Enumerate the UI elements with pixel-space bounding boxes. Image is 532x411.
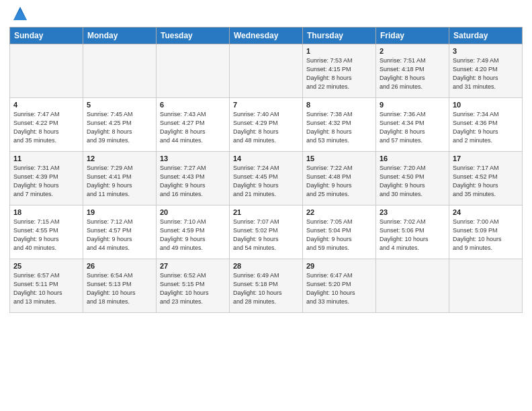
calendar-cell: 23Sunrise: 7:02 AM Sunset: 5:06 PM Dayli… — [376, 205, 449, 259]
calendar-cell: 20Sunrise: 7:10 AM Sunset: 4:59 PM Dayli… — [157, 205, 230, 259]
week-row-2: 4Sunrise: 7:47 AM Sunset: 4:22 PM Daylig… — [10, 98, 523, 152]
day-number: 24 — [453, 208, 519, 216]
calendar-body: 1Sunrise: 7:53 AM Sunset: 4:15 PM Daylig… — [10, 44, 523, 313]
day-number: 16 — [380, 154, 445, 163]
day-number: 1 — [306, 47, 372, 55]
calendar-cell: 1Sunrise: 7:53 AM Sunset: 4:15 PM Daylig… — [303, 44, 376, 98]
day-number: 21 — [233, 208, 299, 216]
day-number: 18 — [13, 208, 79, 216]
calendar-cell: 14Sunrise: 7:24 AM Sunset: 4:45 PM Dayli… — [230, 152, 303, 205]
calendar-cell: 7Sunrise: 7:40 AM Sunset: 4:29 PM Daylig… — [230, 98, 303, 152]
day-info: Sunrise: 6:54 AM Sunset: 5:13 PM Dayligh… — [87, 271, 152, 306]
weekday-header-thursday: Thursday — [303, 28, 376, 44]
week-row-1: 1Sunrise: 7:53 AM Sunset: 4:15 PM Daylig… — [10, 44, 523, 98]
calendar-cell: 22Sunrise: 7:05 AM Sunset: 5:04 PM Dayli… — [303, 205, 376, 259]
calendar-cell: 12Sunrise: 7:29 AM Sunset: 4:41 PM Dayli… — [83, 152, 157, 205]
day-number: 2 — [380, 47, 445, 55]
calendar-cell: 18Sunrise: 7:15 AM Sunset: 4:55 PM Dayli… — [10, 205, 83, 259]
logo-icon — [11, 4, 30, 23]
day-info: Sunrise: 7:36 AM Sunset: 4:34 PM Dayligh… — [380, 110, 445, 145]
day-number: 6 — [160, 101, 226, 109]
calendar-cell: 17Sunrise: 7:17 AM Sunset: 4:52 PM Dayli… — [449, 152, 523, 205]
day-number: 8 — [306, 101, 372, 109]
day-number: 25 — [13, 262, 79, 270]
day-info: Sunrise: 6:57 AM Sunset: 5:11 PM Dayligh… — [13, 271, 79, 306]
day-info: Sunrise: 7:49 AM Sunset: 4:20 PM Dayligh… — [453, 56, 519, 91]
calendar-cell: 13Sunrise: 7:27 AM Sunset: 4:43 PM Dayli… — [157, 152, 230, 205]
day-number: 22 — [306, 208, 372, 216]
day-number: 5 — [87, 101, 152, 109]
calendar-cell: 8Sunrise: 7:38 AM Sunset: 4:32 PM Daylig… — [303, 98, 376, 152]
day-number: 12 — [87, 154, 152, 163]
calendar-cell: 15Sunrise: 7:22 AM Sunset: 4:48 PM Dayli… — [303, 152, 376, 205]
weekday-header: SundayMondayTuesdayWednesdayThursdayFrid… — [10, 28, 523, 44]
day-info: Sunrise: 7:38 AM Sunset: 4:32 PM Dayligh… — [306, 110, 372, 145]
week-row-3: 11Sunrise: 7:31 AM Sunset: 4:39 PM Dayli… — [10, 152, 523, 205]
calendar-cell: 28Sunrise: 6:49 AM Sunset: 5:18 PM Dayli… — [230, 259, 303, 313]
calendar-cell — [230, 44, 303, 98]
calendar-cell — [157, 44, 230, 98]
week-row-4: 18Sunrise: 7:15 AM Sunset: 4:55 PM Dayli… — [10, 205, 523, 259]
day-info: Sunrise: 7:51 AM Sunset: 4:18 PM Dayligh… — [380, 56, 445, 91]
day-number: 20 — [160, 208, 226, 216]
day-number: 28 — [233, 262, 299, 270]
day-info: Sunrise: 7:15 AM Sunset: 4:55 PM Dayligh… — [13, 218, 79, 253]
calendar-cell: 3Sunrise: 7:49 AM Sunset: 4:20 PM Daylig… — [449, 44, 523, 98]
day-info: Sunrise: 7:10 AM Sunset: 4:59 PM Dayligh… — [160, 218, 226, 253]
day-info: Sunrise: 7:27 AM Sunset: 4:43 PM Dayligh… — [160, 164, 226, 199]
day-info: Sunrise: 7:34 AM Sunset: 4:36 PM Dayligh… — [453, 110, 519, 145]
day-info: Sunrise: 7:29 AM Sunset: 4:41 PM Dayligh… — [87, 164, 152, 199]
page: SundayMondayTuesdayWednesdayThursdayFrid… — [0, 0, 532, 411]
day-info: Sunrise: 7:05 AM Sunset: 5:04 PM Dayligh… — [306, 218, 372, 253]
calendar-cell: 24Sunrise: 7:00 AM Sunset: 5:09 PM Dayli… — [449, 205, 523, 259]
day-info: Sunrise: 7:40 AM Sunset: 4:29 PM Dayligh… — [233, 110, 299, 145]
day-info: Sunrise: 7:12 AM Sunset: 4:57 PM Dayligh… — [87, 218, 152, 253]
calendar-cell: 26Sunrise: 6:54 AM Sunset: 5:13 PM Dayli… — [83, 259, 157, 313]
day-number: 13 — [160, 154, 226, 163]
day-info: Sunrise: 7:00 AM Sunset: 5:09 PM Dayligh… — [453, 218, 519, 253]
day-number: 9 — [380, 101, 445, 109]
weekday-header-tuesday: Tuesday — [157, 28, 230, 44]
day-info: Sunrise: 7:43 AM Sunset: 4:27 PM Dayligh… — [160, 110, 226, 145]
calendar-cell: 4Sunrise: 7:47 AM Sunset: 4:22 PM Daylig… — [10, 98, 83, 152]
calendar-cell: 19Sunrise: 7:12 AM Sunset: 4:57 PM Dayli… — [83, 205, 157, 259]
weekday-header-saturday: Saturday — [449, 28, 523, 44]
logo — [9, 7, 30, 23]
calendar-cell: 21Sunrise: 7:07 AM Sunset: 5:02 PM Dayli… — [230, 205, 303, 259]
day-info: Sunrise: 6:47 AM Sunset: 5:20 PM Dayligh… — [306, 271, 372, 306]
weekday-header-sunday: Sunday — [10, 28, 83, 44]
calendar-table: SundayMondayTuesdayWednesdayThursdayFrid… — [9, 27, 523, 313]
weekday-header-wednesday: Wednesday — [230, 28, 303, 44]
day-number: 19 — [87, 208, 152, 216]
day-number: 10 — [453, 101, 519, 109]
day-info: Sunrise: 7:53 AM Sunset: 4:15 PM Dayligh… — [306, 56, 372, 91]
day-number: 14 — [233, 154, 299, 163]
calendar-cell: 6Sunrise: 7:43 AM Sunset: 4:27 PM Daylig… — [157, 98, 230, 152]
day-info: Sunrise: 6:52 AM Sunset: 5:15 PM Dayligh… — [160, 271, 226, 306]
day-info: Sunrise: 7:20 AM Sunset: 4:50 PM Dayligh… — [380, 164, 445, 199]
day-info: Sunrise: 7:22 AM Sunset: 4:48 PM Dayligh… — [306, 164, 372, 199]
day-info: Sunrise: 6:49 AM Sunset: 5:18 PM Dayligh… — [233, 271, 299, 306]
day-info: Sunrise: 7:17 AM Sunset: 4:52 PM Dayligh… — [453, 164, 519, 199]
day-info: Sunrise: 7:07 AM Sunset: 5:02 PM Dayligh… — [233, 218, 299, 253]
calendar-cell: 16Sunrise: 7:20 AM Sunset: 4:50 PM Dayli… — [376, 152, 449, 205]
day-number: 11 — [13, 154, 79, 163]
day-info: Sunrise: 7:47 AM Sunset: 4:22 PM Dayligh… — [13, 110, 79, 145]
week-row-5: 25Sunrise: 6:57 AM Sunset: 5:11 PM Dayli… — [10, 259, 523, 313]
day-info: Sunrise: 7:24 AM Sunset: 4:45 PM Dayligh… — [233, 164, 299, 199]
calendar-cell: 25Sunrise: 6:57 AM Sunset: 5:11 PM Dayli… — [10, 259, 83, 313]
day-number: 15 — [306, 154, 372, 163]
day-number: 29 — [306, 262, 372, 270]
day-info: Sunrise: 7:31 AM Sunset: 4:39 PM Dayligh… — [13, 164, 79, 199]
day-number: 7 — [233, 101, 299, 109]
calendar-cell: 5Sunrise: 7:45 AM Sunset: 4:25 PM Daylig… — [83, 98, 157, 152]
calendar-cell: 10Sunrise: 7:34 AM Sunset: 4:36 PM Dayli… — [449, 98, 523, 152]
day-number: 26 — [87, 262, 152, 270]
day-number: 3 — [453, 47, 519, 55]
day-number: 4 — [13, 101, 79, 109]
header — [9, 7, 523, 23]
calendar-cell: 29Sunrise: 6:47 AM Sunset: 5:20 PM Dayli… — [303, 259, 376, 313]
day-info: Sunrise: 7:02 AM Sunset: 5:06 PM Dayligh… — [380, 218, 445, 253]
calendar-cell: 9Sunrise: 7:36 AM Sunset: 4:34 PM Daylig… — [376, 98, 449, 152]
svg-marker-1 — [13, 9, 27, 20]
